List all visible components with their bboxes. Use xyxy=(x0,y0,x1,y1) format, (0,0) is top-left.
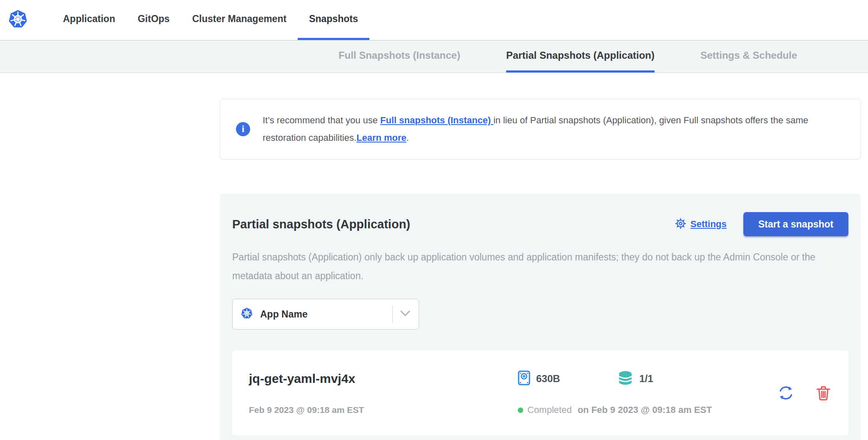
tab-full-snapshots-instance[interactable]: Full Snapshots (Instance) xyxy=(339,40,460,72)
logo-wrap xyxy=(8,0,28,40)
snapshot-created-at: Feb 9 2023 @ 09:18 am EST xyxy=(249,405,518,415)
kubernetes-app-icon xyxy=(241,308,253,321)
start-snapshot-button[interactable]: Start a snapshot xyxy=(743,212,848,236)
selector-divider xyxy=(392,305,393,323)
settings-label: Settings xyxy=(690,219,727,230)
panel-header: Partial snapshots (Application) xyxy=(232,212,848,236)
top-nav: Application GitOps Cluster Management Sn… xyxy=(0,0,868,40)
panel-description: Partial snapshots (Application) only bac… xyxy=(232,248,845,285)
snapshot-size: 630B xyxy=(536,373,560,385)
snapshot-actions xyxy=(777,384,832,402)
snapshot-row: jq-get-yaml-mvj4x Feb 9 2023 @ 09:18 am … xyxy=(232,350,848,435)
chevron-down-icon xyxy=(400,310,410,318)
snapshot-volumes: 1/1 xyxy=(639,373,653,385)
nav-item-cluster-management[interactable]: Cluster Management xyxy=(181,0,298,40)
snapshot-metrics: 630B 1/1 xyxy=(518,370,777,387)
nav-item-snapshots[interactable]: Snapshots xyxy=(298,0,369,40)
info-text-before: It’s recommend that you use xyxy=(263,115,380,125)
nav-item-application[interactable]: Application xyxy=(52,0,126,40)
tab-settings-schedule[interactable]: Settings & Schedule xyxy=(700,40,797,72)
gear-icon xyxy=(675,218,686,231)
partial-snapshots-panel: Partial snapshots (Application) xyxy=(220,194,861,440)
snapshot-status: Completed on Feb 9 2023 @ 09:18 am EST xyxy=(518,405,777,415)
kubernetes-logo-icon xyxy=(8,10,28,30)
status-dot-completed xyxy=(518,408,523,413)
snapshots-subtabs: Full Snapshots (Instance) Partial Snapsh… xyxy=(0,40,868,73)
page-title: Partial snapshots (Application) xyxy=(232,218,675,231)
learn-more-link[interactable]: Learn more xyxy=(356,132,406,143)
restore-icon[interactable] xyxy=(777,384,795,402)
app-selector-value: App Name xyxy=(260,309,308,320)
info-banner-text: It’s recommend that you use Full snapsho… xyxy=(263,112,845,147)
full-snapshots-instance-link[interactable]: Full snapshots (Instance) xyxy=(380,115,493,125)
disk-size-icon xyxy=(518,370,530,387)
app-name-selector[interactable]: App Name xyxy=(232,299,419,330)
status-finished-at: on Feb 9 2023 @ 09:18 am EST xyxy=(577,405,712,415)
database-volumes-icon xyxy=(617,370,633,387)
info-icon: i xyxy=(236,122,250,136)
tab-partial-snapshots-application[interactable]: Partial Snapshots (Application) xyxy=(506,40,655,72)
snapshot-settings-link[interactable]: Settings xyxy=(675,218,727,231)
info-banner: i It’s recommend that you use Full snaps… xyxy=(220,99,861,160)
snapshot-name: jq-get-yaml-mvj4x xyxy=(249,372,518,386)
trash-icon[interactable] xyxy=(815,385,832,401)
status-label: Completed xyxy=(527,405,572,415)
info-text-after: . xyxy=(406,132,409,143)
nav-item-gitops[interactable]: GitOps xyxy=(126,0,181,40)
